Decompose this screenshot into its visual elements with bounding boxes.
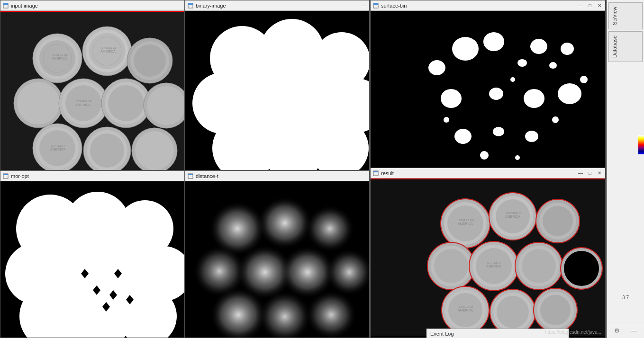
distance-t-titlebar: distance-t	[185, 171, 369, 181]
dash-icon[interactable]: —	[631, 327, 637, 334]
color-gradient-bar	[638, 135, 644, 154]
binary-image-titlebar: binary-image —	[185, 0, 369, 11]
result-title: result	[381, 170, 577, 176]
surface-bin-maximize[interactable]: □	[586, 2, 594, 9]
watermark: https://blog.csdn.net/java...	[545, 329, 601, 335]
svg-text:STATES OF: STATES OF	[53, 53, 68, 56]
distance-t-title: distance-t	[196, 173, 367, 179]
distance-t-content	[185, 181, 369, 338]
svg-text:AMERICA: AMERICA	[486, 265, 501, 268]
result-maximize[interactable]: □	[586, 169, 594, 177]
svg-point-127	[543, 206, 573, 236]
svg-text:AMERICA: AMERICA	[100, 50, 116, 53]
surface-bin-icon	[372, 2, 379, 9]
svg-point-40	[135, 131, 174, 170]
input-image-icon	[2, 2, 9, 9]
svg-point-131	[434, 249, 468, 283]
svg-point-38	[90, 133, 124, 168]
svg-point-97	[489, 88, 503, 100]
binary-image-svg	[185, 11, 369, 170]
surface-bin-title: surface-bin	[381, 3, 577, 9]
surface-bin-panel: surface-bin — □ ✕	[370, 0, 606, 170]
svg-point-30	[147, 86, 184, 125]
svg-text:STATES OF: STATES OF	[487, 261, 503, 264]
event-log-label: Event Log	[430, 331, 454, 337]
svg-rect-110	[373, 171, 378, 172]
svg-point-141	[522, 249, 556, 283]
svg-point-94	[517, 59, 527, 67]
surface-bin-titlebar: surface-bin — □ ✕	[371, 0, 605, 11]
svg-point-91	[530, 39, 547, 54]
mor-opt-panel: mor-opt	[0, 170, 185, 338]
svg-text:STATES OF: STATES OF	[76, 100, 92, 103]
distance-t-svg	[185, 181, 369, 338]
svg-point-18	[134, 44, 166, 77]
input-image-title: input image	[11, 3, 182, 9]
svg-point-105	[444, 117, 449, 123]
surface-bin-close[interactable]: ✕	[596, 2, 603, 9]
settings-icon[interactable]: ⚙	[614, 327, 620, 334]
distance-t-panel: distance-t	[185, 170, 370, 338]
database-tab[interactable]: Database	[608, 31, 643, 62]
svg-point-107	[480, 151, 489, 160]
surface-bin-svg	[371, 11, 605, 170]
input-image-content: STATES OF AMERICA STATES OF AMERICA STAT…	[0, 11, 184, 170]
svg-point-77	[257, 196, 312, 249]
coins-photo-svg: STATES OF AMERICA STATES OF AMERICA STAT…	[0, 11, 184, 170]
svg-point-108	[515, 155, 520, 160]
surface-bin-content	[371, 11, 605, 170]
input-image-titlebar: input image	[0, 0, 184, 11]
svg-rect-74	[188, 174, 193, 175]
svg-rect-87	[373, 3, 378, 5]
mor-opt-icon	[2, 173, 9, 179]
svg-point-101	[493, 127, 504, 136]
binary-image-content	[185, 11, 369, 170]
svg-point-96	[441, 89, 462, 108]
svg-text:STATES OF: STATES OF	[459, 305, 474, 308]
svg-point-93	[428, 60, 445, 75]
mor-opt-title: mor-opt	[11, 173, 182, 179]
binary-image-title: binary-image	[196, 3, 360, 9]
mor-opt-svg	[0, 181, 184, 338]
surface-bin-minimize[interactable]: —	[577, 2, 584, 9]
svg-point-104	[580, 76, 588, 83]
svg-point-99	[558, 83, 581, 104]
svg-point-90	[483, 32, 504, 51]
result-titlebar: result — □ ✕	[371, 168, 605, 178]
binary-image-controls: —	[360, 2, 367, 9]
svg-point-106	[552, 116, 559, 123]
binary-image-panel: binary-image —	[185, 0, 370, 170]
binary-image-icon	[187, 2, 194, 9]
svg-point-103	[510, 77, 515, 82]
right-sidebar: SciView Database 3.7 ⚙ —	[607, 0, 644, 338]
sciview-tab[interactable]: SciView	[608, 2, 643, 29]
svg-text:AMERICA: AMERICA	[50, 148, 65, 151]
result-content: STATES OF AMERICA STATES OF AMERICA STAT…	[371, 178, 605, 338]
svg-point-92	[561, 43, 574, 55]
svg-point-100	[454, 129, 472, 144]
svg-point-98	[524, 89, 544, 108]
svg-text:AMERICA: AMERICA	[458, 309, 473, 312]
svg-text:AMERICA: AMERICA	[458, 222, 473, 225]
svg-text:STATES OF: STATES OF	[506, 212, 522, 214]
result-close[interactable]: ✕	[596, 169, 603, 177]
svg-point-85	[306, 290, 357, 338]
result-icon	[372, 170, 379, 177]
svg-text:AMERICA: AMERICA	[75, 103, 91, 107]
svg-point-154	[497, 296, 529, 328]
svg-point-158	[540, 295, 571, 325]
surface-bin-controls: — □ ✕	[577, 2, 603, 9]
svg-text:STATES OF: STATES OF	[101, 46, 117, 49]
result-svg: STATES OF AMERICA STATES OF AMERICA STAT…	[371, 178, 605, 336]
mor-opt-titlebar: mor-opt	[0, 171, 184, 181]
result-minimize[interactable]: —	[577, 169, 584, 177]
mor-opt-content	[0, 181, 184, 338]
input-image-panel: input image STATES OF AMERICA	[0, 0, 185, 170]
svg-text:STATES OF: STATES OF	[51, 144, 67, 147]
binary-image-minimize[interactable]: —	[360, 2, 367, 9]
svg-point-144	[564, 251, 599, 286]
svg-point-95	[549, 62, 557, 69]
svg-point-20	[17, 82, 60, 125]
svg-point-89	[452, 37, 479, 61]
svg-point-78	[305, 205, 354, 252]
